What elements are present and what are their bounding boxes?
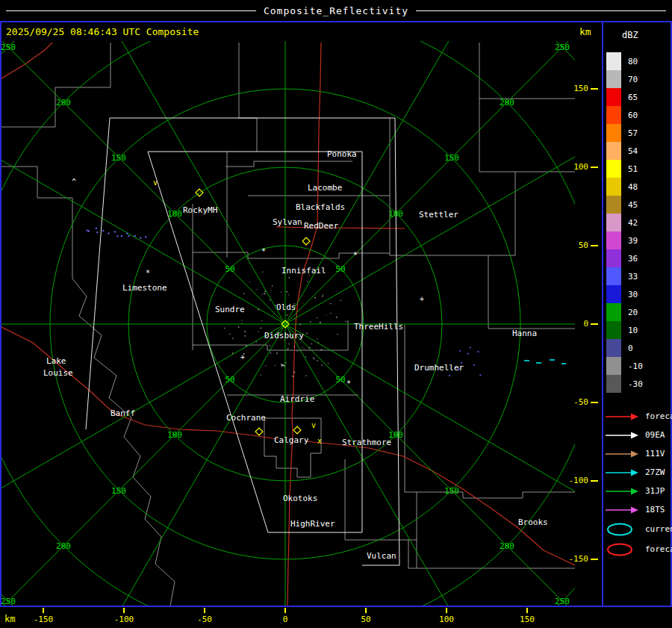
title-rule-left [6,10,256,11]
colorbar-swatch [606,88,621,106]
city-label: RedDeer [304,221,339,231]
map-glyph: * [346,379,351,388]
colorbar-value: 45 [628,200,638,210]
city-label: Olds [276,302,296,312]
clutter-dot [270,352,272,354]
clutter-dot [258,331,259,332]
legend-label: forecast [645,411,672,421]
azimuth-line-225 [1,324,285,606]
echo-speckle [96,231,98,233]
clutter-dot [313,357,314,358]
range-label: 250 [555,43,570,52]
bottom-axis-label: 150 [520,615,535,624]
legend-row: 18TS [605,500,672,519]
city-label: Blackfalds [296,202,345,212]
clutter-dot [306,333,308,335]
cell-ellipse-icon [605,522,639,537]
legend-row: 27ZW [605,463,672,482]
colorbar-swatch [606,357,621,375]
clutter-dot [317,317,318,319]
clutter-dot [270,290,272,291]
right-axis-tick [591,167,598,168]
dbz-colorbar: 807065605754514845423936333020100-10-30 [606,52,643,393]
legend-label: 31JP [645,486,665,496]
clutter-dot [288,343,290,345]
echo-speckle [467,353,469,355]
clutter-dot [280,317,281,319]
frame-line-bottom [0,606,672,607]
range-label: 250 [555,597,570,606]
right-axis-label: 50 [551,240,588,250]
colorbar-swatch [606,249,621,267]
colorbar-swatch [606,178,621,196]
track-arrow-icon [605,431,639,440]
colorbar-swatch [606,267,621,285]
range-label: 200 [500,541,514,551]
legend-label: forecast [645,544,672,554]
azimuth-line-315 [1,41,285,324]
range-label: 50 [335,375,345,385]
clutter-dot [270,345,271,346]
bottom-axis-tick [526,608,528,613]
clutter-dot [307,281,308,282]
clutter-dot [232,338,234,339]
city-label: Airdrie [280,394,314,404]
right-axis-label: 100 [551,162,588,172]
radar-site-marker [255,428,263,435]
colorbar-entry: 51 [606,160,643,178]
city-label: Limestone [122,283,167,293]
clutter-dot [293,346,295,347]
legend-row: 09EA [605,426,672,444]
city-label: Lacombe [308,183,342,193]
colorbar-swatch [606,70,621,88]
range-label: 150 [111,153,126,163]
clutter-dot [281,291,282,293]
range-label: 100 [167,430,182,440]
legend-label: 18TS [645,505,665,514]
city-labels: PonokaLacombeBlackfaldsSylvanRedDeerRock… [43,149,548,561]
right-axis-tick [591,245,598,246]
colorbar-value: 48 [628,182,638,192]
clutter-dot [328,363,329,364]
clutter-dot [261,327,262,329]
echo-speckle [470,346,471,348]
colorbar-swatch [606,106,621,124]
colorbar-entry: 42 [606,214,643,231]
clutter-dot [256,341,258,343]
clutter-dot [287,348,289,349]
range-label: 100 [167,209,182,219]
frame-line-top [0,21,672,22]
clutter-dot [275,365,276,367]
city-label: Brooks [518,517,548,527]
clutter-dot [258,309,259,311]
colorbar-value: 65 [628,93,638,102]
city-label: Calgary [274,435,309,445]
clutter-dot [224,328,225,329]
clutter-dot [261,294,263,296]
clutter-dot [243,293,245,294]
echo-speckle [134,235,136,237]
range-label: 250 [1,597,16,606]
range-label: 50 [335,264,345,274]
map-glyph: + [240,353,245,361]
bottom-axis-label: 100 [439,615,454,624]
clutter-dot [305,375,307,376]
echo-speckle [114,231,116,233]
colorbar-entry: 39 [606,231,643,249]
range-label: 150 [111,486,126,496]
city-label: ThreeHills [354,322,403,332]
map-glyph: + [420,295,424,303]
clutter-dot [238,326,240,328]
colorbar-swatch [606,52,621,70]
clutter-dot [303,348,305,349]
right-axis-tick [591,323,598,325]
bottom-axis-tick [365,608,367,613]
bottom-axis-label: -100 [114,615,134,624]
bottom-axis-label: -50 [197,615,212,624]
clutter-dot [262,271,264,273]
track-arrow-icon [605,450,639,458]
track-arrow-icon [605,506,639,514]
echo-speckle [88,230,90,231]
echo-speckle [128,235,130,237]
echo-speckle [102,230,104,231]
